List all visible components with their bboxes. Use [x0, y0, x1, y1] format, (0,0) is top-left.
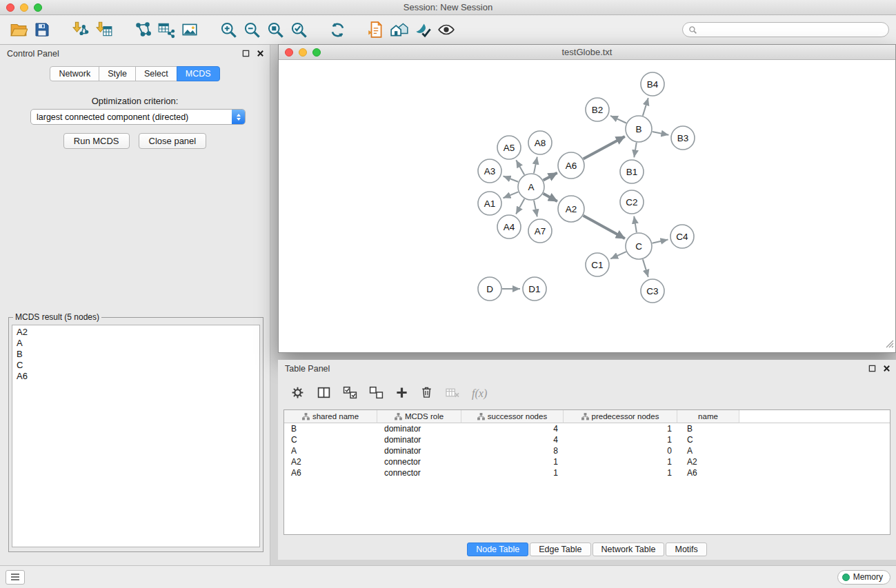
graph-node-A7[interactable]: A7	[528, 219, 552, 243]
eye-icon[interactable]	[435, 18, 458, 41]
column-header-successor-nodes[interactable]: successor nodes	[461, 410, 564, 423]
table-row[interactable]: Bdominator41B	[284, 423, 890, 434]
mcds-result-item[interactable]: A6	[17, 371, 255, 382]
graph-edge-B-B3[interactable]	[653, 132, 669, 135]
mcds-result-item[interactable]: B	[17, 349, 255, 360]
table-row[interactable]: A6connector11A6	[284, 467, 890, 478]
minimize-network-window-button[interactable]	[299, 48, 307, 57]
graph-edge-A2-C[interactable]	[584, 216, 625, 239]
mcds-result-list[interactable]: A2ABCA6	[12, 325, 260, 547]
zoom-in-icon[interactable]	[217, 18, 240, 41]
graph-node-C2[interactable]: C2	[620, 190, 644, 214]
tab-network[interactable]: Network	[50, 66, 99, 81]
zoom-window-button[interactable]	[34, 3, 42, 12]
graph-node-B[interactable]: B	[626, 116, 652, 142]
graph-node-A8[interactable]: A8	[528, 131, 552, 154]
tab-style[interactable]: Style	[99, 66, 136, 81]
zoom-out-icon[interactable]	[240, 18, 263, 41]
graph-node-C[interactable]: C	[626, 233, 652, 259]
close-window-button[interactable]	[6, 3, 14, 12]
graph-edge-C-C1[interactable]	[610, 252, 626, 258]
optimization-criterion-select[interactable]: largest connected component (directed)	[30, 109, 246, 125]
network-window-titlebar[interactable]: testGlobe.txt	[279, 45, 895, 60]
create-column-icon[interactable]	[395, 386, 408, 402]
mcds-result-item[interactable]: A	[17, 338, 255, 349]
tab-select[interactable]: Select	[135, 66, 177, 81]
table-row[interactable]: A2connector11A2	[284, 456, 890, 467]
graph-node-A4[interactable]: A4	[497, 215, 521, 239]
graph-node-C4[interactable]: C4	[670, 225, 694, 248]
apply-style-icon[interactable]	[411, 18, 435, 41]
deselect-all-icon[interactable]	[369, 385, 384, 403]
graph-edge-A-A7[interactable]	[534, 201, 537, 217]
graph-edge-C-C2[interactable]	[634, 216, 637, 233]
close-table-panel-icon[interactable]	[883, 365, 890, 372]
graph-node-A3[interactable]: A3	[478, 159, 501, 183]
tab-node-table[interactable]: Node Table	[467, 543, 528, 556]
graph-node-C3[interactable]: C3	[641, 279, 664, 303]
import-network-from-file-icon[interactable]	[69, 18, 92, 41]
home-icon[interactable]	[388, 18, 411, 41]
apply-layout-icon[interactable]	[326, 18, 349, 41]
save-session-icon[interactable]	[30, 18, 54, 41]
graph-node-B2[interactable]: B2	[586, 98, 609, 121]
zoom-selected-icon[interactable]	[287, 18, 310, 41]
graph-node-B3[interactable]: B3	[671, 126, 695, 150]
import-table-from-file-icon[interactable]	[92, 18, 116, 41]
export-image-icon[interactable]	[178, 18, 201, 41]
column-header-shared-name[interactable]: shared name	[284, 410, 377, 423]
graph-node-A2[interactable]: A2	[558, 196, 584, 222]
import-document-icon[interactable]	[364, 18, 388, 41]
graph-edge-B-B2[interactable]	[610, 116, 626, 123]
float-panel-icon[interactable]	[242, 50, 250, 57]
graph-edge-A6-B[interactable]	[584, 136, 625, 159]
new-network-icon[interactable]	[131, 18, 155, 41]
graph-node-C1[interactable]: C1	[586, 253, 609, 276]
minimize-window-button[interactable]	[20, 3, 28, 12]
graph-node-D1[interactable]: D1	[523, 277, 546, 301]
search-input[interactable]	[701, 24, 883, 35]
zoom-fit-icon[interactable]	[263, 18, 287, 41]
graph-node-A1[interactable]: A1	[478, 192, 501, 215]
tab-mcds[interactable]: MCDS	[177, 66, 220, 81]
run-mcds-button[interactable]: Run MCDS	[63, 133, 130, 149]
mcds-result-item[interactable]: A2	[17, 327, 255, 338]
task-history-button[interactable]	[6, 570, 25, 585]
graph-edge-C-C4[interactable]	[653, 240, 668, 243]
column-header-name[interactable]: name	[677, 410, 739, 423]
graph-node-B1[interactable]: B1	[620, 160, 644, 183]
graph-edge-A-A8[interactable]	[534, 157, 537, 174]
graph-node-D[interactable]: D	[478, 277, 501, 301]
tab-edge-table[interactable]: Edge Table	[530, 543, 590, 556]
new-network-table-icon[interactable]	[155, 18, 178, 41]
network-graph[interactable]: B4B2BB3A5A8A6A3B1AA1C2A2A4A7C4CC1DD1C3	[279, 60, 895, 352]
network-canvas[interactable]: B4B2BB3A5A8A6A3B1AA1C2A2A4A7C4CC1DD1C3	[279, 60, 895, 352]
graph-edge-A-A5[interactable]	[516, 160, 524, 174]
graph-edge-A-A1[interactable]	[504, 192, 519, 198]
column-header-predecessor-nodes[interactable]: predecessor nodes	[564, 410, 677, 423]
graph-edge-A-A2[interactable]	[544, 194, 557, 201]
table-settings-icon[interactable]	[290, 385, 305, 403]
close-panel-icon[interactable]	[257, 50, 264, 57]
graph-edge-A-A6[interactable]	[544, 173, 557, 181]
close-network-window-button[interactable]	[285, 48, 293, 57]
select-all-icon[interactable]	[343, 385, 357, 403]
node-table[interactable]: shared name MCDS role successor nodes pr…	[283, 409, 890, 535]
delete-column-icon[interactable]	[420, 385, 433, 402]
table-row[interactable]: Adominator80A	[284, 445, 890, 456]
tab-network-table[interactable]: Network Table	[593, 543, 665, 556]
zoom-network-window-button[interactable]	[312, 48, 321, 57]
graph-edge-B-B4[interactable]	[643, 98, 648, 116]
graph-edge-B-B1[interactable]	[634, 143, 637, 158]
graph-edge-A-A4[interactable]	[516, 199, 524, 214]
column-header-mcds-role[interactable]: MCDS role	[377, 410, 461, 423]
table-row[interactable]: Cdominator41C	[284, 434, 890, 445]
graph-node-A[interactable]: A	[518, 174, 544, 200]
graph-edge-C-C3[interactable]	[643, 259, 648, 277]
graph-node-A6[interactable]: A6	[558, 152, 584, 179]
open-session-icon[interactable]	[7, 18, 30, 41]
graph-node-B4[interactable]: B4	[641, 72, 664, 96]
memory-button[interactable]: Memory	[837, 570, 890, 585]
resize-grip[interactable]	[886, 338, 894, 351]
tab-motifs[interactable]: Motifs	[666, 543, 706, 556]
